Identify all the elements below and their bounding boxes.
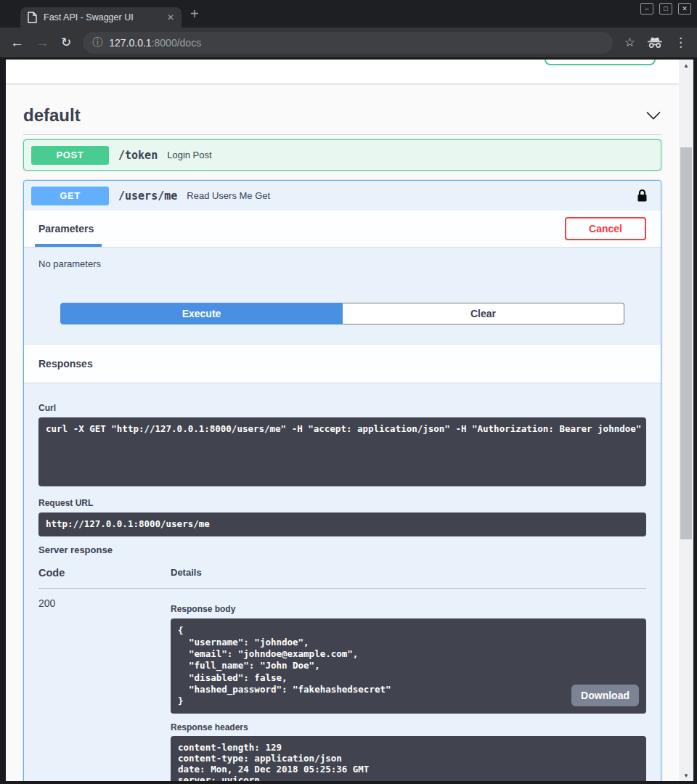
status-code: 200 [38,597,171,781]
download-button[interactable]: Download [571,685,639,706]
browser-window: Fast API - Swagger UI ✕ + – □ ✕ ← → ↻ ⓘ … [0,0,697,784]
parameters-body: No parameters Execute Clear [24,247,661,324]
opblock-get-users-me: GET /users/me Read Users Me Get Paramete… [23,180,661,781]
responses-section-header: Responses [24,345,661,383]
back-icon[interactable]: ← [10,36,24,49]
close-button[interactable]: ✕ [678,3,691,15]
url-text[interactable]: 127.0.0.1:8000/docs [109,37,201,49]
new-tab-button[interactable]: + [190,6,199,23]
info-icon[interactable]: ⓘ [92,36,102,49]
endpoint-summary: Read Users Me Get [187,190,270,201]
window-controls: – □ ✕ [640,3,691,15]
page-favicon-icon [28,12,37,23]
content-area: default POST /token Login Post [0,60,697,784]
curl-command: curl -X GET "http://127.0.0.1:8000/users… [38,417,646,441]
tag-title: default [23,104,81,127]
chevron-down-icon[interactable] [645,111,661,120]
endpoint-summary: Login Post [167,150,211,160]
method-badge: POST [31,146,109,165]
swagger-container: default POST /token Login Post [6,104,679,781]
bookmark-star-icon[interactable]: ☆ [624,35,635,50]
server-response-table: Code Details 200 Response body { "userna… [38,567,646,781]
maximize-button[interactable]: □ [659,3,672,15]
code-column-header: Code [38,567,171,579]
curl-label: Curl [38,403,646,413]
lock-icon[interactable] [637,189,653,203]
browser-toolbar: ← → ↻ ⓘ 127.0.0.1:8000/docs ☆ ⋮ [0,28,697,60]
endpoint-path: /users/me [118,189,177,203]
response-headers: content-length: 129 content-type: applic… [171,736,646,781]
cancel-button[interactable]: Cancel [565,217,646,240]
execute-button[interactable]: Execute [60,303,343,324]
active-tab-underline [35,244,102,247]
response-headers-label: Response headers [171,722,646,732]
scheme-container [6,60,679,83]
tab-title: Fast API - Swagger UI [44,12,160,23]
page-scrollbar[interactable]: ▲ ▼ [679,60,693,781]
scroll-up-arrow-icon[interactable]: ▲ [679,60,693,71]
authorize-button[interactable] [545,60,656,65]
opblock-post-token: POST /token Login Post [23,139,661,171]
tag-section-header[interactable]: default [23,104,661,135]
scroll-down-arrow-icon[interactable]: ▼ [679,769,693,781]
opblock-summary[interactable]: GET /users/me Read Users Me Get [24,181,661,211]
responses-body: Curl curl -X GET "http://127.0.0.1:8000/… [24,383,661,781]
scrollbar-thumb[interactable] [680,147,692,539]
response-details: Response body { "username": "johndoe", "… [171,597,646,781]
execute-button-group: Execute Clear [60,303,624,324]
browser-tab[interactable]: Fast API - Swagger UI ✕ [20,7,182,28]
request-url-block: http://127.0.0.1:8000/users/me [38,513,646,536]
tab-close-icon[interactable]: ✕ [167,12,174,23]
opblock-summary[interactable]: POST /token Login Post [24,140,661,170]
request-url-label: Request URL [38,498,646,508]
response-table-header: Code Details [38,567,646,589]
server-response-label: Server response [38,544,646,555]
url-host: 127.0.0.1 [109,37,151,49]
incognito-icon [647,37,663,49]
response-body-label: Response body [171,604,646,614]
curl-command-block: curl -X GET "http://127.0.0.1:8000/users… [38,417,646,486]
response-table-row: 200 Response body { "username": "johndoe… [38,589,646,781]
forward-icon[interactable]: → [36,36,49,49]
menu-icon[interactable]: ⋮ [674,35,687,50]
response-headers-block: content-length: 129 content-type: applic… [171,736,646,781]
details-column-header: Details [171,567,202,579]
response-body-wrap: { "username": "johndoe", "email": "johnd… [171,618,646,714]
parameters-section-header: Parameters Cancel [24,211,661,247]
tab-bar: Fast API - Swagger UI ✕ + – □ ✕ [0,0,697,28]
request-url: http://127.0.0.1:8000/users/me [38,513,646,536]
swagger-page: default POST /token Login Post [6,60,679,781]
tab-parameters[interactable]: Parameters [38,223,94,234]
url-path: :8000/docs [152,37,202,49]
responses-title: Responses [38,358,93,369]
method-badge: GET [31,187,109,205]
clear-button[interactable]: Clear [343,303,624,324]
minimize-button[interactable]: – [640,3,653,15]
no-parameters-text: No parameters [38,258,646,269]
endpoint-path: /token [118,149,158,162]
address-bar[interactable]: ⓘ 127.0.0.1:8000/docs [83,32,613,54]
reload-icon[interactable]: ↻ [61,36,71,49]
